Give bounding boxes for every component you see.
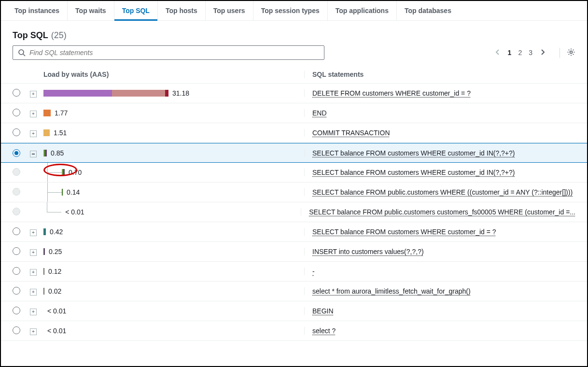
gear-icon	[567, 48, 575, 56]
search-input[interactable]	[29, 49, 319, 56]
expand-icon[interactable]: +	[30, 91, 37, 98]
page-prev[interactable]	[494, 49, 501, 57]
search-icon	[18, 49, 26, 56]
row-radio[interactable]	[13, 326, 20, 334]
tab-top-hosts[interactable]: Top hosts	[158, 1, 206, 20]
table-row[interactable]: +0.42SELECT balance FROM customers WHERE…	[1, 222, 587, 242]
table-row[interactable]: < 0.01SELECT balance FROM public.custome…	[1, 202, 587, 222]
col-load-header[interactable]: Load by waits (AAS)	[43, 71, 304, 78]
table-row[interactable]: +0.12-	[1, 262, 587, 282]
sql-statement[interactable]: -	[312, 268, 315, 275]
table-header: Load by waits (AAS) SQL statements	[1, 66, 587, 84]
tab-top-instances[interactable]: Top instances	[7, 1, 68, 20]
table-row[interactable]: +31.18DELETE FROM customers WHERE custom…	[1, 84, 587, 103]
load-value: 31.18	[172, 89, 189, 97]
settings-button[interactable]	[560, 48, 575, 58]
col-sql-header[interactable]: SQL statements	[304, 71, 575, 78]
row-radio[interactable]	[13, 149, 20, 157]
section-header: Top SQL (25)	[1, 21, 587, 45]
row-radio[interactable]	[13, 307, 20, 314]
load-value: < 0.01	[65, 208, 84, 216]
load-bar	[43, 228, 46, 235]
table-row[interactable]: +1.77END	[1, 103, 587, 123]
tab-top-applications[interactable]: Top applications	[328, 1, 397, 20]
load-bar	[43, 248, 45, 255]
row-radio[interactable]	[13, 247, 20, 255]
table-row[interactable]: 0.14SELECT balance FROM public.customers…	[1, 183, 587, 202]
load-value: 0.42	[50, 228, 63, 236]
load-bar	[62, 189, 63, 196]
page-1[interactable]: 1	[508, 49, 512, 56]
row-radio	[13, 208, 20, 215]
table-row[interactable]: +< 0.01BEGIN	[1, 301, 587, 321]
row-radio[interactable]	[13, 128, 20, 136]
load-value: 0.85	[51, 149, 64, 157]
section-title: Top SQL	[13, 30, 48, 41]
load-value: 0.02	[48, 287, 61, 295]
load-bar	[43, 150, 47, 156]
sql-statement[interactable]: END	[312, 109, 327, 117]
sql-statement[interactable]: SELECT balance FROM customers WHERE cust…	[312, 169, 515, 176]
sql-statement[interactable]: select * from aurora_limitless_fetch_wai…	[312, 287, 471, 295]
load-bar	[43, 129, 50, 136]
table-row[interactable]: +< 0.01select ?	[1, 321, 587, 341]
table-row[interactable]: 0.70SELECT balance FROM customers WHERE …	[1, 163, 587, 183]
sql-statement[interactable]: BEGIN	[312, 307, 334, 315]
expand-icon[interactable]: +	[30, 328, 37, 335]
row-radio	[13, 168, 20, 176]
sql-statement[interactable]: SELECT balance FROM customers WHERE cust…	[312, 149, 515, 157]
row-radio[interactable]	[13, 267, 20, 275]
sql-statement[interactable]: INSERT into customers values(?,?,?)	[312, 248, 424, 255]
table-row[interactable]: +1.51COMMIT TRANSACTION	[1, 123, 587, 143]
tab-top-sql[interactable]: Top SQL	[114, 1, 158, 20]
expand-icon[interactable]: +	[30, 111, 37, 117]
svg-line-1	[23, 54, 25, 56]
sql-table: Load by waits (AAS) SQL statements +31.1…	[1, 66, 587, 341]
load-value: 0.14	[67, 188, 80, 196]
load-bar	[43, 288, 44, 295]
load-bar	[62, 169, 65, 176]
pagination: 1 2 3	[494, 49, 546, 57]
row-radio[interactable]	[13, 227, 20, 235]
sql-statement[interactable]: SELECT balance FROM customers WHERE cust…	[312, 228, 496, 236]
sql-statement[interactable]: DELETE FROM customers WHERE customer_id …	[312, 89, 471, 97]
tab-top-users[interactable]: Top users	[206, 1, 253, 20]
load-value: < 0.01	[47, 307, 66, 315]
row-radio	[13, 188, 20, 196]
load-value: 1.51	[54, 129, 67, 137]
table-row[interactable]: +0.25INSERT into customers values(?,?,?)	[1, 242, 587, 262]
table-row[interactable]: 0.85SELECT balance FROM customers WHERE …	[1, 143, 587, 163]
collapse-icon[interactable]	[30, 151, 37, 157]
sql-statement[interactable]: SELECT balance FROM public.customers cus…	[309, 208, 575, 216]
page-3[interactable]: 3	[529, 49, 532, 56]
search-box[interactable]	[13, 45, 324, 60]
expand-icon[interactable]: +	[30, 130, 37, 137]
tab-top-waits[interactable]: Top waits	[68, 1, 114, 20]
load-value: 0.70	[69, 169, 82, 176]
page-next[interactable]	[539, 49, 546, 57]
load-bar	[43, 110, 51, 116]
chevron-right-icon	[539, 49, 546, 56]
expand-icon[interactable]: +	[30, 309, 37, 315]
load-value: < 0.01	[47, 327, 66, 335]
row-radio[interactable]	[13, 109, 20, 116]
tab-top-session-types[interactable]: Top session types	[253, 1, 328, 20]
row-radio[interactable]	[13, 287, 20, 295]
expand-icon[interactable]: +	[30, 249, 37, 256]
sql-statement[interactable]: select ?	[312, 327, 336, 335]
expand-icon[interactable]: +	[30, 229, 37, 236]
load-value: 1.77	[55, 109, 68, 117]
expand-icon[interactable]: +	[30, 269, 37, 276]
page-2[interactable]: 2	[518, 49, 522, 56]
svg-point-0	[19, 50, 24, 55]
sql-statement[interactable]: COMMIT TRANSACTION	[312, 129, 390, 137]
chevron-left-icon	[494, 49, 501, 56]
sql-statement[interactable]: SELECT balance FROM public.customers WHE…	[312, 188, 573, 196]
expand-icon[interactable]: +	[30, 289, 37, 296]
table-row[interactable]: +0.02select * from aurora_limitless_fetc…	[1, 282, 587, 301]
load-value: 0.12	[48, 268, 61, 275]
tabs-bar: Top instancesTop waitsTop SQLTop hostsTo…	[1, 1, 587, 21]
row-radio[interactable]	[13, 89, 20, 97]
load-value: 0.25	[49, 248, 62, 255]
tab-top-databases[interactable]: Top databases	[397, 1, 459, 20]
